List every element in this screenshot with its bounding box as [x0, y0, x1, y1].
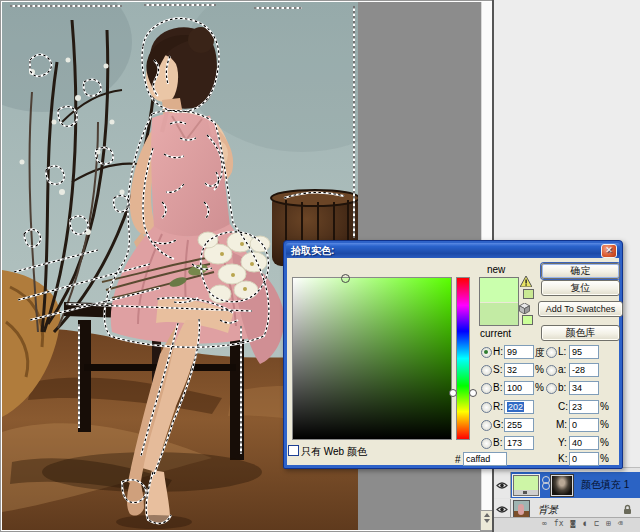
- lock-icon: [623, 504, 632, 515]
- layer-style-icon[interactable]: fx: [554, 520, 564, 528]
- scroll-down-icon[interactable]: [484, 519, 490, 523]
- layer-row-color-fill[interactable]: 颜色填充 1: [511, 472, 640, 498]
- b-hsb-radio[interactable]: [481, 383, 492, 394]
- ok-button[interactable]: 确定: [541, 263, 620, 279]
- s-input[interactable]: 32: [504, 363, 534, 377]
- a-radio[interactable]: [546, 365, 557, 376]
- new-layer-icon[interactable]: ⊞: [606, 520, 611, 528]
- r-radio[interactable]: [481, 402, 492, 413]
- eye-icon: [496, 481, 508, 490]
- color-compare-swatches: [479, 277, 519, 326]
- link-layers-icon[interactable]: ∞: [542, 520, 547, 528]
- current-color-swatch[interactable]: [480, 303, 518, 325]
- close-icon[interactable]: ✕: [601, 244, 617, 258]
- eye-icon: [496, 505, 508, 514]
- k-input[interactable]: 0: [569, 452, 599, 466]
- hex-label: #: [455, 454, 461, 465]
- saturation-brightness-field[interactable]: [292, 277, 452, 440]
- dialog-titlebar[interactable]: 拾取实色: ✕: [286, 243, 620, 258]
- color-field-marker-icon[interactable]: [341, 274, 350, 283]
- a-input[interactable]: -28: [569, 363, 599, 377]
- hue-slider-handle-right[interactable]: [469, 389, 477, 397]
- m-unit: %: [600, 419, 609, 430]
- b-rgb-label: B:: [493, 437, 502, 448]
- s-unit: %: [535, 364, 544, 375]
- reset-button[interactable]: 复位: [541, 280, 620, 296]
- hue-slider-handle-left[interactable]: [449, 389, 457, 397]
- m-label: M:: [556, 419, 567, 430]
- c-label: C:: [558, 401, 568, 412]
- y-input[interactable]: 40: [569, 436, 599, 450]
- visibility-toggle[interactable]: [494, 472, 511, 498]
- current-color-label: current: [480, 328, 511, 339]
- web-colors-only-label: 只有 Web 颜色: [301, 445, 367, 459]
- color-picker-dialog: 拾取实色: ✕ new current: [283, 240, 623, 469]
- scroll-up-icon[interactable]: [484, 513, 490, 517]
- photoshop-window: 颜色填充 1 背景 ∞ fx ◙ ◖ ⊏ ⊞ ⌫ 拾取实色: ✕: [0, 0, 640, 532]
- h-unit: 度: [535, 346, 545, 360]
- y-unit: %: [600, 437, 609, 448]
- l-radio[interactable]: [546, 347, 557, 358]
- a-label: a:: [558, 364, 566, 375]
- layer-mask-icon[interactable]: ◙: [570, 520, 575, 528]
- web-safe-swatch[interactable]: [522, 315, 533, 325]
- hex-input[interactable]: caffad: [463, 452, 507, 466]
- fill-layer-thumbnail[interactable]: [513, 475, 539, 496]
- layer-group-icon[interactable]: ⊏: [594, 520, 599, 528]
- web-colors-only-checkbox[interactable]: [288, 445, 299, 456]
- layer-mask-thumbnail[interactable]: [551, 475, 573, 496]
- s-label: S:: [493, 364, 502, 375]
- k-label: K:: [558, 453, 567, 464]
- y-label: Y:: [558, 437, 567, 448]
- h-radio[interactable]: [481, 347, 492, 358]
- g-input[interactable]: 255: [504, 418, 534, 432]
- b-rgb-input[interactable]: 173: [504, 436, 534, 450]
- delete-layer-icon[interactable]: ⌫: [618, 520, 623, 528]
- b-hsb-input[interactable]: 100: [504, 381, 534, 395]
- b-hsb-unit: %: [535, 382, 544, 393]
- c-input[interactable]: 23: [569, 400, 599, 414]
- color-libraries-button[interactable]: 颜色库: [541, 325, 620, 341]
- b-lab-input[interactable]: 34: [569, 381, 599, 395]
- layers-panel: 颜色填充 1 背景 ∞ fx ◙ ◖ ⊏ ⊞ ⌫: [494, 467, 640, 532]
- b-lab-label: b:: [558, 382, 566, 393]
- hue-slider[interactable]: [456, 277, 470, 440]
- new-color-swatch: [480, 278, 518, 302]
- s-radio[interactable]: [481, 365, 492, 376]
- dialog-title: 拾取实色:: [291, 244, 334, 258]
- layers-panel-toolbar: ∞ fx ◙ ◖ ⊏ ⊞ ⌫: [494, 517, 640, 532]
- m-input[interactable]: 0: [569, 418, 599, 432]
- web-safe-cube-icon[interactable]: [519, 303, 530, 314]
- add-to-swatches-button[interactable]: Add To Swatches: [538, 301, 623, 317]
- c-unit: %: [600, 401, 609, 412]
- b-rgb-radio[interactable]: [481, 438, 492, 449]
- gamut-swatch[interactable]: [523, 289, 534, 299]
- l-label: L:: [558, 346, 566, 357]
- mask-link-icon[interactable]: [542, 478, 549, 492]
- layer-name[interactable]: 背景: [538, 503, 558, 517]
- h-label: H:: [493, 346, 503, 357]
- k-unit: %: [600, 453, 609, 464]
- g-label: G:: [493, 419, 504, 430]
- adjustment-layer-icon[interactable]: ◖: [582, 520, 587, 528]
- layer-name[interactable]: 颜色填充 1: [581, 478, 629, 492]
- r-input[interactable]: 202: [504, 400, 534, 414]
- new-color-label: new: [487, 264, 505, 275]
- l-input[interactable]: 95: [569, 345, 599, 359]
- b-hsb-label: B:: [493, 382, 502, 393]
- h-input[interactable]: 99: [504, 345, 534, 359]
- g-radio[interactable]: [481, 420, 492, 431]
- b-lab-radio[interactable]: [546, 383, 557, 394]
- dialog-body: new current 确定 复位 Add To Swatches 颜色库: [287, 258, 619, 465]
- gamut-warning-icon[interactable]: [520, 276, 532, 287]
- r-label: R:: [493, 401, 503, 412]
